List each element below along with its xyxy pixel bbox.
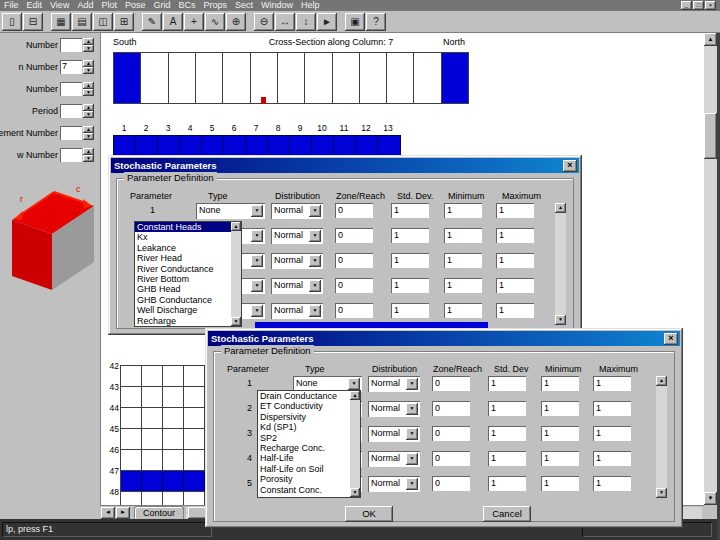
toolbar-button[interactable]: ▣ bbox=[345, 13, 365, 31]
zone-reach-field[interactable]: 0 bbox=[432, 426, 470, 441]
minimum-field[interactable]: 1 bbox=[541, 451, 579, 466]
grid-cell[interactable] bbox=[224, 136, 246, 155]
grid-cell[interactable] bbox=[184, 429, 205, 449]
std-dev-field[interactable]: 1 bbox=[391, 203, 429, 218]
zone-reach-field[interactable]: 0 bbox=[432, 401, 470, 416]
menu-item[interactable]: File bbox=[0, 0, 23, 11]
tab-scroll-left-icon[interactable]: ◄ bbox=[101, 507, 115, 519]
toolbar-button[interactable]: ? bbox=[366, 13, 386, 31]
grid-cell[interactable] bbox=[305, 53, 332, 103]
dropdown-item[interactable]: River Head bbox=[135, 253, 231, 263]
spinner-down-icon[interactable]: ▼ bbox=[83, 155, 94, 162]
zone-reach-field[interactable]: 0 bbox=[335, 303, 373, 318]
scroll-up-icon[interactable]: ▲ bbox=[704, 33, 717, 46]
minimum-field[interactable]: 1 bbox=[541, 376, 579, 391]
grid-cell[interactable] bbox=[163, 492, 184, 505]
grid-cell[interactable] bbox=[169, 53, 196, 103]
zone-reach-field[interactable]: 0 bbox=[335, 278, 373, 293]
menu-item[interactable]: Sect bbox=[231, 0, 257, 11]
parameter-type-combobox[interactable]: None ▼ bbox=[196, 203, 265, 219]
grid-cell[interactable] bbox=[142, 429, 163, 449]
grid-cell[interactable] bbox=[333, 53, 360, 103]
window-button[interactable]: _ bbox=[681, 1, 692, 10]
scroll-up-icon[interactable]: ▲ bbox=[350, 391, 360, 400]
grid-cell[interactable] bbox=[114, 136, 136, 155]
number-input[interactable] bbox=[60, 104, 82, 118]
dropdown-item[interactable]: ET Conductivity bbox=[258, 401, 350, 411]
spinner-up-icon[interactable]: ▲ bbox=[83, 38, 94, 45]
number-input[interactable] bbox=[60, 126, 82, 140]
grid-cell[interactable] bbox=[142, 492, 163, 505]
grid-cell[interactable] bbox=[184, 471, 205, 491]
std-dev-field[interactable]: 1 bbox=[391, 253, 429, 268]
toolbar-button[interactable]: ▦ bbox=[51, 13, 71, 31]
dropdown-item[interactable]: Kd (SP1) bbox=[258, 422, 350, 432]
tab-contour[interactable]: Contour bbox=[134, 506, 184, 519]
std-dev-field[interactable]: 1 bbox=[488, 426, 526, 441]
scroll-down-icon[interactable]: ▼ bbox=[656, 488, 667, 498]
cancel-button[interactable]: Cancel bbox=[483, 506, 531, 522]
grid-cell[interactable] bbox=[121, 366, 142, 386]
dropdown-item[interactable]: River Conductance bbox=[135, 264, 231, 274]
scroll-down-icon[interactable]: ▼ bbox=[231, 317, 241, 326]
grid-cell[interactable] bbox=[312, 136, 334, 155]
maximum-field[interactable]: 1 bbox=[593, 476, 631, 491]
chevron-down-icon[interactable]: ▼ bbox=[406, 428, 418, 440]
spinner-down-icon[interactable]: ▼ bbox=[83, 133, 94, 140]
chevron-down-icon[interactable]: ▼ bbox=[251, 280, 263, 292]
number-input[interactable]: 7 bbox=[60, 60, 82, 74]
grid-cell[interactable] bbox=[378, 136, 400, 155]
grid-cell[interactable] bbox=[184, 408, 205, 428]
dropdown-item[interactable]: Half-Life on Soil bbox=[258, 464, 350, 474]
grid-cell[interactable] bbox=[121, 387, 142, 407]
scrollbar-thumb[interactable] bbox=[704, 113, 717, 159]
tab-scroll-right-icon[interactable]: ► bbox=[116, 507, 130, 519]
number-input[interactable] bbox=[60, 38, 82, 52]
menu-item[interactable]: Plot bbox=[97, 0, 121, 11]
maximum-field[interactable]: 1 bbox=[496, 303, 534, 318]
spinner-up-icon[interactable]: ▲ bbox=[83, 148, 94, 155]
toolbar-button[interactable]: ∿ bbox=[205, 13, 225, 31]
close-icon[interactable]: × bbox=[664, 333, 678, 345]
maximum-field[interactable]: 1 bbox=[496, 253, 534, 268]
chevron-down-icon[interactable]: ▼ bbox=[251, 230, 263, 242]
dropdown-item[interactable]: Recharge Conc. bbox=[258, 443, 350, 453]
chevron-down-icon[interactable]: ▼ bbox=[309, 305, 321, 317]
menu-item[interactable]: Pose bbox=[121, 0, 150, 11]
std-dev-field[interactable]: 1 bbox=[488, 376, 526, 391]
dropdown-item[interactable]: Half-Life bbox=[258, 453, 350, 463]
distribution-combobox[interactable]: Normal ▼ bbox=[368, 426, 420, 442]
grid-cell[interactable] bbox=[158, 136, 180, 155]
grid-cell[interactable] bbox=[184, 450, 205, 470]
toolbar-button[interactable]: ⊟ bbox=[23, 13, 43, 31]
grid-cell[interactable] bbox=[246, 136, 268, 155]
distribution-combobox[interactable]: Normal ▼ bbox=[368, 376, 420, 392]
distribution-combobox[interactable]: Normal ▼ bbox=[368, 451, 420, 467]
scroll-up-icon[interactable]: ▲ bbox=[555, 203, 566, 213]
scroll-down-icon[interactable]: ▼ bbox=[704, 492, 717, 505]
grid-cell[interactable] bbox=[141, 53, 168, 103]
grid-cell[interactable] bbox=[360, 53, 387, 103]
grid-cell[interactable] bbox=[184, 492, 205, 505]
dropdown-item[interactable]: Dispersivity bbox=[258, 412, 350, 422]
menu-item[interactable]: Grid bbox=[149, 0, 174, 11]
close-icon[interactable]: × bbox=[563, 160, 577, 172]
grid-cell[interactable] bbox=[251, 53, 278, 103]
maximum-field[interactable]: 1 bbox=[496, 203, 534, 218]
distribution-combobox[interactable]: Normal ▼ bbox=[271, 278, 323, 294]
dropdown-item[interactable]: Kx bbox=[135, 232, 231, 242]
toolbar-button[interactable]: ⊕ bbox=[226, 13, 246, 31]
dropdown-item[interactable]: River Bottom bbox=[135, 274, 231, 284]
distribution-combobox[interactable]: Normal ▼ bbox=[271, 253, 323, 269]
spinner-down-icon[interactable]: ▼ bbox=[83, 45, 94, 52]
toolbar-button[interactable]: ⊖ bbox=[254, 13, 274, 31]
window-button[interactable]: □ bbox=[693, 1, 704, 10]
dropdown-item[interactable]: GHB Head bbox=[135, 284, 231, 294]
scroll-up-icon[interactable]: ▲ bbox=[231, 222, 241, 231]
distribution-combobox[interactable]: Normal ▼ bbox=[271, 228, 323, 244]
dropdown-item[interactable]: Porosity bbox=[258, 474, 350, 484]
dialog-titlebar[interactable]: Stochastic Parameters × bbox=[208, 331, 680, 346]
std-dev-field[interactable]: 1 bbox=[391, 278, 429, 293]
dropdown-item[interactable]: GHB Conductance bbox=[135, 295, 231, 305]
toolbar-button[interactable]: ▯ bbox=[2, 13, 22, 31]
